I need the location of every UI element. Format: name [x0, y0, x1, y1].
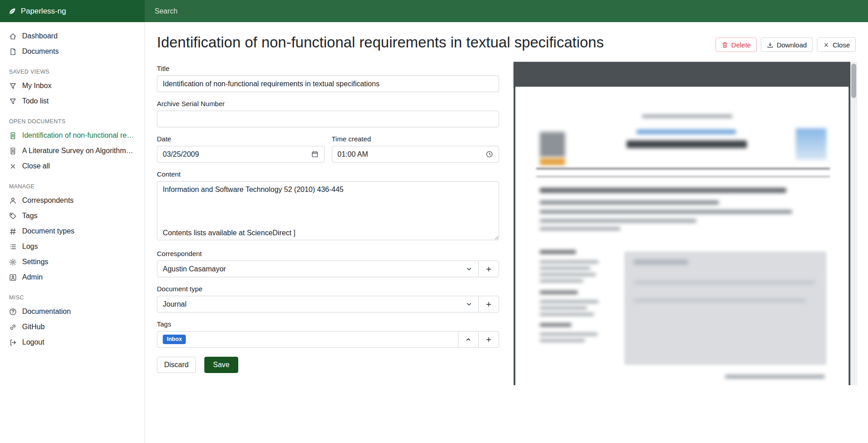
sidebar-section-saved-views: SAVED VIEWS — [0, 59, 144, 78]
file-text-icon — [9, 147, 17, 155]
sidebar-item-label: Tags — [22, 212, 38, 220]
sidebar-item-close-all[interactable]: Close all — [0, 159, 144, 174]
preview-scrollbar-thumb[interactable] — [851, 64, 856, 98]
document-edit-form: Title Archive Serial Number Date 03/25/2… — [157, 65, 499, 373]
sidebar-item-label: Documentation — [22, 308, 71, 316]
blurred-content — [540, 333, 598, 336]
sidebar-section-misc: MISC — [0, 285, 144, 304]
content-textarea[interactable]: Information and Software Technology 52 (… — [157, 181, 499, 240]
sidebar-item-documents[interactable]: Documents — [0, 44, 144, 59]
pdf-preview-page — [515, 87, 849, 385]
sidebar-item-dashboard[interactable]: Dashboard — [0, 28, 144, 44]
sidebar-item-document-types[interactable]: Document types — [0, 224, 144, 239]
blurred-content — [540, 188, 786, 193]
page-title: Identification of non-functional require… — [157, 33, 604, 51]
sidebar-open-document-1[interactable]: Identification of non-functional require… — [0, 128, 144, 143]
sidebar-item-correspondents[interactable]: Correspondents — [0, 193, 144, 208]
document-preview[interactable] — [514, 62, 857, 385]
blurred-content — [540, 280, 583, 282]
sidebar-item-settings[interactable]: Settings — [0, 254, 144, 270]
house-icon — [9, 33, 17, 40]
person-icon — [9, 197, 17, 205]
download-button-label: Download — [777, 41, 807, 49]
date-label: Date — [157, 135, 325, 143]
blurred-content — [634, 281, 815, 284]
blurred-content — [627, 140, 747, 148]
app-brand-label: Paperless-ng — [21, 7, 66, 16]
add-correspondent-button[interactable] — [478, 261, 499, 277]
sidebar-item-logout[interactable]: Logout — [0, 335, 144, 350]
sidebar-item-github[interactable]: GitHub — [0, 319, 144, 335]
blurred-content — [536, 176, 830, 177]
calendar-icon[interactable] — [311, 150, 319, 158]
correspondent-select[interactable]: Agustin Casamayor — [157, 261, 479, 277]
sidebar-item-admin[interactable]: Admin — [0, 270, 144, 285]
sidebar-item-label: Document types — [22, 227, 75, 235]
file-icon — [9, 48, 17, 56]
sidebar-item-label: Documents — [22, 47, 59, 56]
blurred-content — [540, 313, 594, 316]
funnel-icon — [9, 82, 17, 90]
close-button[interactable]: Close — [817, 37, 856, 52]
download-button[interactable]: Download — [761, 37, 813, 52]
sidebar-item-label: Settings — [22, 258, 48, 266]
admin-icon — [9, 274, 17, 281]
tags-input[interactable]: Inbox — [157, 331, 458, 348]
date-input[interactable]: 03/25/2009 — [157, 146, 325, 163]
plus-icon — [485, 266, 492, 273]
blurred-content — [540, 158, 565, 165]
title-label: Title — [157, 65, 499, 72]
blurred-content — [536, 168, 830, 169]
blurred-content — [725, 375, 825, 378]
sidebar-item-documentation[interactable]: Documentation — [0, 304, 144, 319]
sidebar-item-label: Identification of non-functional require… — [22, 131, 135, 140]
sidebar-item-tags[interactable]: Tags — [0, 208, 144, 224]
sidebar-item-my-inbox[interactable]: My Inbox — [0, 78, 144, 93]
sidebar-section-manage: MANAGE — [0, 174, 144, 193]
delete-button[interactable]: Delete — [716, 37, 757, 52]
close-icon — [823, 42, 830, 48]
sidebar-item-todo-list[interactable]: Todo list — [0, 93, 144, 109]
blurred-content — [540, 307, 587, 309]
clock-icon[interactable] — [486, 150, 493, 158]
blurred-content — [540, 300, 599, 303]
correspondent-value: Agustin Casamayor — [163, 265, 226, 273]
sidebar-open-document-2[interactable]: A Literature Survey on Algorithms for Mu… — [0, 143, 144, 159]
document-type-select[interactable]: Journal — [157, 296, 479, 312]
content-label: Content — [157, 170, 499, 178]
asn-label: Archive Serial Number — [157, 100, 499, 107]
blurred-content — [540, 339, 585, 342]
save-button[interactable]: Save — [204, 357, 238, 373]
tag-inbox-badge: Inbox — [163, 335, 186, 344]
add-document-type-button[interactable] — [478, 296, 499, 312]
trash-icon — [722, 42, 728, 48]
sidebar-item-label: My Inbox — [22, 82, 52, 90]
link-icon — [9, 323, 17, 331]
x-icon — [9, 163, 17, 170]
chevron-down-icon — [465, 300, 473, 308]
pdf-viewer-toolbar — [514, 62, 850, 87]
funnel-icon — [9, 98, 17, 105]
sidebar-section-open-documents: OPEN DOCUMENTS — [0, 109, 144, 128]
blurred-content — [540, 210, 792, 214]
blurred-content — [634, 260, 688, 264]
discard-button[interactable]: Discard — [157, 357, 196, 373]
preview-scrollbar[interactable] — [850, 62, 857, 385]
asn-input[interactable] — [157, 111, 499, 127]
search-input[interactable] — [145, 0, 868, 22]
date-value: 03/25/2009 — [163, 150, 199, 159]
paperless-leaf-icon — [8, 7, 16, 15]
blurred-content — [624, 252, 826, 365]
sidebar-item-label: Logs — [22, 242, 38, 251]
chevron-down-icon — [465, 265, 473, 273]
app-brand[interactable]: Paperless-ng — [0, 7, 145, 16]
gear-icon — [9, 258, 17, 266]
tags-dropdown-toggle[interactable] — [458, 331, 479, 348]
add-tag-button[interactable] — [478, 331, 499, 348]
document-type-label: Document type — [157, 285, 499, 293]
sidebar-item-label: GitHub — [22, 323, 45, 331]
sidebar-item-logs[interactable]: Logs — [0, 239, 144, 254]
time-created-input[interactable]: 01:00 AM — [332, 146, 500, 163]
title-input[interactable] — [157, 75, 499, 92]
blurred-content — [540, 291, 578, 294]
